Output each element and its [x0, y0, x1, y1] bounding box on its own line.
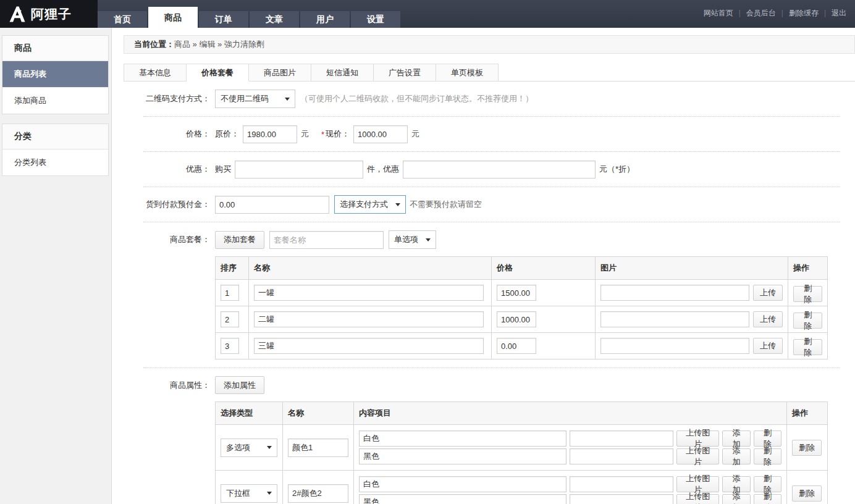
package-name-cell-input[interactable] [254, 285, 484, 301]
attribute-item: 上传图片 添加 删除 [359, 494, 781, 504]
add-attribute-button[interactable]: 添加属性 [215, 376, 264, 394]
delete-item-button[interactable]: 删除 [754, 476, 781, 492]
column-header-order: 排序 [216, 257, 249, 280]
add-item-button[interactable]: 添加 [722, 494, 750, 504]
package-name-cell-input[interactable] [254, 311, 484, 327]
delete-attribute-button[interactable]: 删除 [792, 485, 822, 502]
column-header-actions: 操作 [788, 257, 828, 280]
column-header-content-items: 内容项目 [354, 402, 787, 425]
prepay-amount-input[interactable] [215, 196, 329, 214]
top-links: 网站首页|会员后台|删除缓存|退出 [704, 8, 846, 19]
link-logout[interactable]: 退出 [832, 9, 846, 17]
current-price-label: 现价： [326, 128, 350, 140]
qrcode-payment-select[interactable]: 不使用二维码 [215, 90, 295, 108]
field-label: 价格： [143, 125, 210, 143]
current-price-input[interactable] [353, 125, 408, 143]
tab-product-images[interactable]: 商品图片 [249, 64, 311, 82]
upload-image-button[interactable]: 上传图片 [676, 476, 719, 492]
package-order-input[interactable] [221, 338, 239, 354]
main-nav: 首页 商品 订单 文章 用户 设置 [98, 7, 402, 28]
package-price-input[interactable] [497, 285, 536, 301]
attribute-item-image-input[interactable] [570, 448, 673, 464]
attribute-type-select[interactable]: 多选项 [221, 439, 277, 457]
attribute-name-input[interactable] [288, 484, 348, 503]
sidebar-item-category-list[interactable]: 分类列表 [2, 149, 108, 175]
sidebar-section-title: 分类 [2, 124, 108, 149]
upload-image-button[interactable]: 上传图片 [676, 430, 719, 447]
tab-ad-settings[interactable]: 广告设置 [374, 64, 436, 82]
attribute-table: 选择类型 名称 内容项目 操作 多选项 [215, 401, 828, 504]
sidebar-item-product-list[interactable]: 商品列表 [2, 61, 108, 88]
tab-basic-info[interactable]: 基本信息 [124, 64, 187, 82]
add-item-button[interactable]: 添加 [722, 430, 750, 447]
field-label: 二维码支付方式： [143, 90, 210, 108]
divider: | [739, 9, 741, 17]
logo-icon [8, 5, 27, 23]
logo: 阿狸子 [0, 0, 98, 28]
payment-method-select[interactable]: 选择支付方式 [334, 195, 406, 214]
nav-item-articles[interactable]: 文章 [250, 11, 299, 28]
delete-item-button[interactable]: 删除 [754, 448, 781, 464]
delete-attribute-button[interactable]: 删除 [792, 440, 822, 456]
attribute-item-value-input[interactable] [359, 448, 566, 464]
package-order-input[interactable] [221, 311, 239, 327]
attribute-item-image-input[interactable] [570, 430, 673, 447]
package-price-input[interactable] [497, 338, 536, 354]
attribute-item-image-input[interactable] [570, 494, 673, 504]
package-row: 上传 删除 [216, 333, 828, 359]
divider: | [824, 9, 826, 17]
breadcrumb-path: 商品 » 编辑 » 強力清除劑 [174, 40, 264, 49]
attribute-item-value-input[interactable] [359, 476, 566, 492]
attribute-name-input[interactable] [288, 439, 348, 457]
tab-single-page-template[interactable]: 单页模板 [436, 64, 499, 82]
nav-item-products[interactable]: 商品 [148, 7, 198, 28]
package-image-input[interactable] [600, 311, 749, 327]
add-item-button[interactable]: 添加 [722, 448, 750, 464]
package-name-input[interactable] [269, 231, 384, 249]
upload-button[interactable]: 上传 [753, 285, 783, 301]
attribute-item-value-input[interactable] [359, 430, 566, 447]
add-package-button[interactable]: 添加套餐 [215, 231, 264, 249]
divider: | [781, 9, 783, 17]
prepay-hint: 不需要预付款请留空 [410, 199, 482, 210]
package-order-input[interactable] [221, 285, 239, 301]
original-price-input[interactable] [243, 125, 297, 143]
package-image-input[interactable] [600, 338, 749, 354]
tab-sms-notify[interactable]: 短信通知 [311, 64, 374, 82]
add-item-button[interactable]: 添加 [722, 476, 750, 492]
nav-item-settings[interactable]: 设置 [351, 11, 400, 28]
nav-item-users[interactable]: 用户 [300, 11, 350, 28]
topbar: 阿狸子 首页 商品 订单 文章 用户 设置 网站首页|会员后台|删除缓存|退出 [0, 0, 855, 28]
package-type-select[interactable]: 单选项 [389, 230, 436, 249]
tab-price-package[interactable]: 价格套餐 [187, 64, 249, 82]
attribute-item-image-input[interactable] [570, 476, 673, 492]
delete-item-button[interactable]: 删除 [754, 494, 781, 504]
discount-quantity-input[interactable] [235, 161, 363, 178]
nav-item-orders[interactable]: 订单 [199, 11, 248, 28]
upload-image-button[interactable]: 上传图片 [676, 448, 719, 464]
link-clear-cache[interactable]: 删除缓存 [789, 9, 819, 17]
upload-button[interactable]: 上传 [753, 311, 783, 327]
upload-button[interactable]: 上传 [753, 338, 783, 354]
sidebar-item-add-product[interactable]: 添加商品 [2, 88, 108, 114]
column-header-type: 选择类型 [216, 402, 283, 425]
package-name-cell-input[interactable] [254, 338, 484, 354]
delete-item-button[interactable]: 删除 [754, 430, 781, 447]
package-price-input[interactable] [497, 311, 536, 327]
link-site-home[interactable]: 网站首页 [704, 9, 733, 17]
attribute-item-value-input[interactable] [359, 494, 566, 504]
delete-package-button[interactable]: 删除 [793, 339, 822, 355]
package-table: 排序 名称 价格 图片 操作 [215, 256, 828, 359]
attribute-type-select[interactable]: 下拉框 [221, 484, 277, 503]
field-label: 商品属性： [143, 376, 210, 395]
nav-item-home[interactable]: 首页 [98, 11, 147, 28]
package-image-input[interactable] [600, 285, 749, 301]
link-member-backend[interactable]: 会员后台 [746, 9, 776, 17]
sidebar: 商品 商品列表 添加商品 分类 分类列表 [0, 28, 112, 504]
delete-package-button[interactable]: 删除 [793, 313, 822, 329]
upload-image-button[interactable]: 上传图片 [676, 494, 719, 504]
attribute-row: 多选项 上传图片 [216, 425, 828, 471]
required-mark: * [321, 130, 324, 139]
discount-amount-input[interactable] [403, 161, 596, 178]
delete-package-button[interactable]: 删除 [793, 286, 822, 302]
